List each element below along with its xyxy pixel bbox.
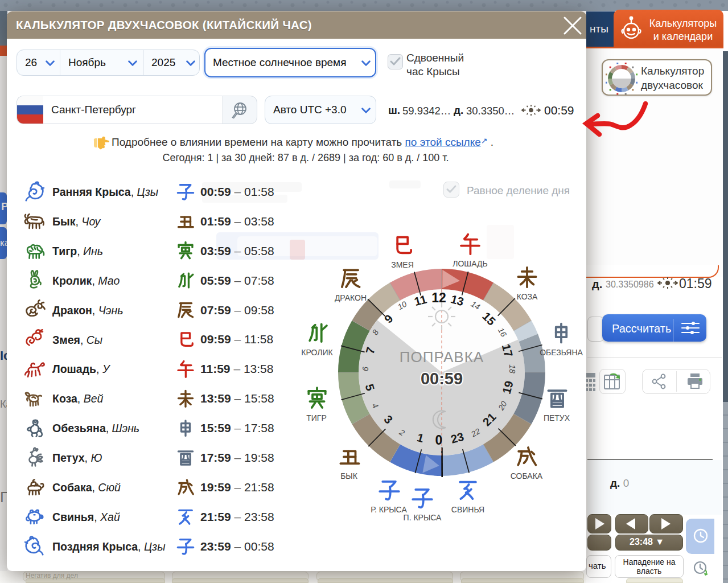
svg-text:ЗМЕЯ: ЗМЕЯ bbox=[391, 260, 414, 269]
svg-text:Р. КРЫСА: Р. КРЫСА bbox=[371, 505, 407, 514]
svg-text:12: 12 bbox=[431, 290, 446, 305]
svg-text:ПОПРАВКА: ПОПРАВКА bbox=[400, 348, 484, 366]
svg-text:0: 0 bbox=[435, 433, 443, 447]
svg-text:БЫК: БЫК bbox=[340, 471, 358, 481]
svg-text:СОБАКА: СОБАКА bbox=[511, 471, 543, 481]
svg-text:КОЗА: КОЗА bbox=[517, 292, 538, 301]
svg-text:П. КРЫСА: П. КРЫСА bbox=[404, 513, 442, 522]
svg-text:ЛОШАДЬ: ЛОШАДЬ bbox=[453, 259, 487, 268]
svg-text:ОБЕЗЬЯНА: ОБЕЗЬЯНА bbox=[540, 348, 583, 357]
svg-text:ПЕТУХ: ПЕТУХ bbox=[544, 413, 570, 422]
svg-text:КРОЛИК: КРОЛИК bbox=[301, 348, 333, 357]
svg-text:ТИГР: ТИГР bbox=[306, 413, 327, 422]
svg-text:СВИНЬЯ: СВИНЬЯ bbox=[451, 505, 484, 514]
svg-text:18: 18 bbox=[508, 364, 517, 373]
svg-text:6: 6 bbox=[361, 367, 370, 371]
svg-text:ДРАКОН: ДРАКОН bbox=[335, 293, 367, 302]
svg-text:00:59: 00:59 bbox=[421, 369, 463, 388]
